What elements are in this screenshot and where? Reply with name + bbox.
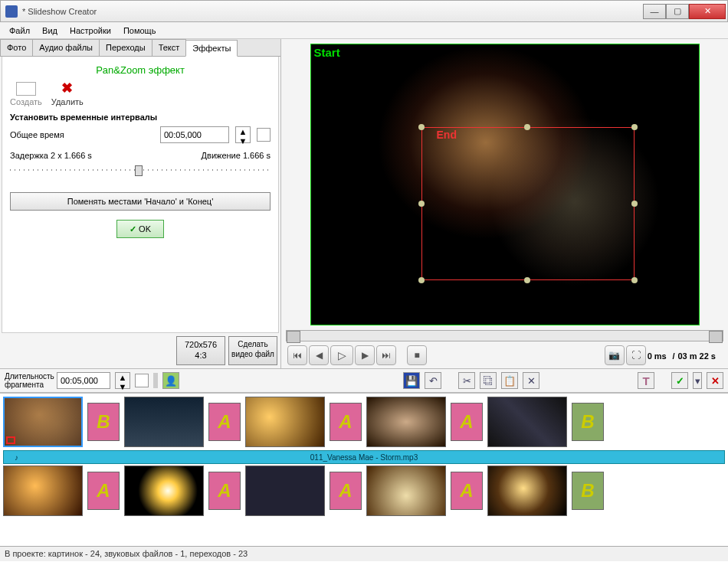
audio-track[interactable]: 011_Vanessa Mae - Storm.mp3 [3, 450, 725, 464]
timeline-thumb[interactable] [245, 397, 325, 447]
end-label: End [437, 129, 457, 141]
transition[interactable]: B [572, 403, 604, 441]
handle[interactable] [631, 201, 638, 207]
preview-pane: Start End ⏮ ◀ ▷ ▶ ⏭ ■ 📷 ⛶ [281, 39, 728, 368]
preview-canvas[interactable]: Start End [310, 44, 700, 325]
handle[interactable] [631, 277, 638, 283]
transition[interactable]: B [572, 472, 604, 510]
preview-scrollbar[interactable] [286, 330, 723, 341]
resolution-button[interactable]: 720x5764:3 [176, 336, 225, 365]
panzoom-title: Pan&Zoom эффект [10, 64, 271, 76]
timeline-thumb[interactable] [3, 397, 83, 447]
tabs: Фото Аудио файлы Переходы Текст Эффекты [0, 39, 280, 57]
save-button[interactable]: 💾 [403, 372, 420, 389]
stop-button[interactable]: ■ [407, 345, 427, 365]
playback-bar: ⏮ ◀ ▷ ▶ ⏭ ■ 📷 ⛶ 0 ms / 03 m 22 s [281, 341, 728, 368]
fragment-spinner[interactable]: ▲▼ [115, 372, 130, 389]
timeline-thumb[interactable] [3, 466, 83, 516]
fragment-label: Длительность фрагмента [5, 372, 52, 389]
play-button[interactable]: ▷ [330, 345, 353, 365]
close-button[interactable]: ✕ [689, 4, 726, 19]
timeline[interactable]: B A A A B 011_Vanessa Mae - Storm.mp3 A … [0, 393, 728, 546]
delete-icon: ✖ [57, 82, 77, 96]
text-tool-button[interactable]: T [638, 372, 654, 389]
menu-help[interactable]: Помощь [117, 24, 162, 38]
titlebar: * Slideshow Creator — ▢ ✕ [0, 0, 728, 22]
transition[interactable]: B [87, 403, 120, 441]
snapshot-button[interactable]: 📷 [605, 345, 625, 365]
transition[interactable]: A [330, 472, 362, 510]
fullscreen-button[interactable]: ⛶ [626, 345, 646, 365]
total-time-label: Общее время [10, 130, 154, 139]
create-button: Создать [10, 82, 42, 106]
fragment-checkbox[interactable] [135, 374, 149, 387]
delete-button[interactable]: ✖ Удалить [51, 82, 84, 106]
timeline-thumb[interactable] [366, 466, 446, 516]
tab-text[interactable]: Текст [152, 39, 187, 56]
left-panel: Фото Аудио файлы Переходы Текст Эффекты … [0, 39, 281, 368]
transition[interactable]: A [208, 403, 241, 441]
next-button[interactable]: ▶ [355, 345, 375, 365]
make-video-button[interactable]: Сделать видео файл [228, 336, 277, 365]
delay-label: Задержка 2 x 1.666 s [10, 151, 92, 160]
transition[interactable]: A [451, 403, 483, 441]
tab-audio[interactable]: Аудио файлы [32, 39, 100, 56]
time-spinner[interactable]: ▲▼ [235, 126, 251, 143]
timeline-thumb[interactable] [124, 397, 204, 447]
apply-button[interactable]: ✓ [671, 372, 688, 389]
paste-button[interactable]: 📋 [501, 372, 518, 389]
window-title: * Slideshow Creator [22, 7, 643, 16]
timeline-thumb[interactable] [487, 397, 567, 447]
handle[interactable] [524, 277, 530, 283]
cancel-button[interactable]: ✕ [707, 372, 723, 389]
prev-button[interactable]: ◀ [309, 345, 329, 365]
delay-motion-slider[interactable] [10, 163, 271, 177]
end-frame[interactable] [421, 127, 635, 280]
start-label: Start [314, 46, 340, 59]
tab-transitions[interactable]: Переходы [99, 39, 152, 56]
status-bar: В проекте: картинок - 24, звуковых файло… [0, 546, 728, 561]
remove-button[interactable]: ✕ [523, 372, 539, 389]
transition[interactable]: A [330, 403, 362, 441]
menu-file[interactable]: Файл [3, 24, 36, 38]
tab-effects[interactable]: Эффекты [185, 40, 238, 57]
total-time-input[interactable] [160, 126, 229, 143]
motion-label: Движение 1.666 s [202, 151, 271, 160]
handle[interactable] [418, 124, 425, 130]
minimize-button[interactable]: — [643, 4, 666, 19]
timeline-thumb[interactable] [245, 466, 325, 516]
time-checkbox[interactable] [257, 128, 271, 142]
app-icon [5, 5, 18, 18]
transition[interactable]: A [208, 472, 241, 510]
tab-photo[interactable]: Фото [0, 39, 33, 56]
handle[interactable] [418, 201, 425, 207]
undo-button[interactable]: ↶ [425, 372, 441, 389]
first-button[interactable]: ⏮ [287, 345, 307, 365]
person-button[interactable]: 👤 [162, 372, 179, 389]
time-display: 0 ms / 03 m 22 s [648, 349, 722, 361]
menu-settings[interactable]: Настройки [64, 24, 117, 38]
transition[interactable]: A [451, 472, 483, 510]
intervals-header: Установить временные интервалы [10, 113, 271, 122]
copy-button[interactable]: ⿻ [480, 372, 497, 389]
transition[interactable]: A [87, 472, 120, 510]
timeline-thumb[interactable] [487, 466, 567, 516]
timeline-thumb[interactable] [366, 397, 446, 447]
handle[interactable] [418, 277, 425, 283]
handle[interactable] [631, 124, 638, 130]
fragment-input[interactable] [57, 372, 110, 389]
timeline-thumb[interactable] [124, 466, 204, 516]
fragment-bar: Длительность фрагмента ▲▼ 👤 💾 ↶ ✂ ⿻ 📋 ✕ … [0, 368, 728, 393]
rect-icon [16, 82, 36, 96]
last-button[interactable]: ⏭ [376, 345, 396, 365]
apply-dropdown[interactable]: ▾ [693, 372, 702, 389]
ok-button[interactable]: OK [116, 220, 164, 238]
menu-view[interactable]: Вид [36, 24, 64, 38]
swap-button[interactable]: Поменять местами 'Начало' и 'Конец' [10, 192, 271, 211]
maximize-button[interactable]: ▢ [666, 4, 689, 19]
menubar: Файл Вид Настройки Помощь [0, 22, 728, 39]
cut-button[interactable]: ✂ [458, 372, 475, 389]
handle[interactable] [524, 124, 530, 130]
